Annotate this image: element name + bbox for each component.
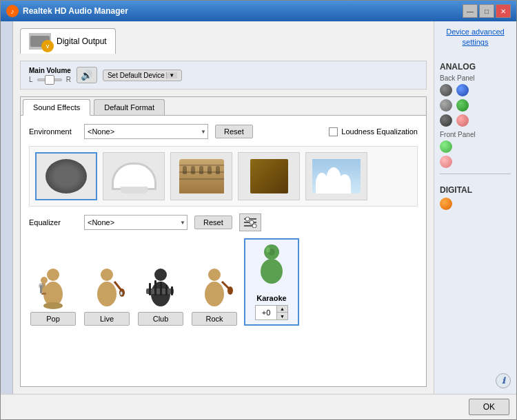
set-default-button[interactable]: Set Default Device ▼ <box>103 70 182 81</box>
pop-figure <box>29 268 77 309</box>
back-panel-dot-6[interactable] <box>456 114 469 127</box>
volume-title: Main Volume <box>29 67 71 74</box>
ok-button[interactable]: OK <box>469 399 509 415</box>
rock-button[interactable]: Rock <box>192 312 237 326</box>
eq-chevron-down-icon: ▼ <box>180 220 185 226</box>
environment-reset-button[interactable]: Reset <box>215 125 253 138</box>
app-icon: ♪ <box>6 5 19 17</box>
environment-images <box>29 146 418 207</box>
back-panel-label: Back Panel <box>440 74 511 82</box>
volume-slider[interactable] <box>37 78 62 81</box>
svg-point-30 <box>227 286 233 295</box>
club-button[interactable]: Club <box>138 312 183 326</box>
live-button[interactable]: Live <box>84 312 130 326</box>
rock-figure <box>190 268 239 309</box>
back-panel-dot-1[interactable] <box>440 84 452 96</box>
svg-point-27 <box>208 269 221 281</box>
svg-point-14 <box>101 269 113 281</box>
chevron-down-icon: ▼ <box>201 129 206 135</box>
pop-button[interactable]: Pop <box>30 312 76 326</box>
inner-tab-bar: Sound Effects Default Format <box>21 97 426 116</box>
digital-dot-1[interactable] <box>440 198 452 210</box>
back-panel-dot-3[interactable] <box>440 99 452 112</box>
live-figure <box>83 268 131 309</box>
env-image-box[interactable] <box>238 152 300 200</box>
tab-sound-effects[interactable]: Sound Effects <box>23 99 90 116</box>
back-panel-dot-2[interactable] <box>456 84 469 96</box>
env-image-stone[interactable] <box>35 152 97 200</box>
back-panel-dot-4[interactable] <box>456 99 469 112</box>
front-panel-dot-2[interactable] <box>440 156 452 168</box>
panel-divider <box>440 174 511 174</box>
device-advanced-settings-link[interactable]: Device advanced settings <box>440 27 511 48</box>
digital-output-tab[interactable]: V Digital Output <box>20 28 116 54</box>
window-title: Realtek HD Audio Manager <box>23 6 463 16</box>
left-sidebar <box>1 21 13 394</box>
equalizer-settings-button[interactable] <box>239 213 261 231</box>
tab-default-format[interactable]: Default Format <box>94 99 165 115</box>
karaoke-figure <box>253 244 291 291</box>
maximize-button[interactable]: □ <box>479 4 494 18</box>
svg-point-19 <box>154 269 167 281</box>
volume-controls-row: L R <box>29 76 71 83</box>
content-area: V Digital Output Main Volume L R <box>1 21 516 394</box>
karaoke-box[interactable]: Karaoke +0 ▲ ▼ <box>244 238 299 326</box>
svg-rect-23 <box>154 280 156 295</box>
svg-point-18 <box>120 291 123 295</box>
volume-wrapper: Main Volume L R <box>29 67 71 83</box>
loudness-label: Loudness Equalization <box>341 127 418 136</box>
env-image-opera[interactable] <box>305 152 367 200</box>
info-button[interactable]: ℹ <box>496 373 511 388</box>
pitch-arrows: ▲ ▼ <box>276 306 287 319</box>
svg-rect-13 <box>40 285 42 293</box>
eq-char-rock[interactable]: Rock <box>190 268 239 326</box>
svg-point-34 <box>266 247 270 253</box>
device-advanced-label: Device advanced settings <box>446 28 504 46</box>
rock-label: Rock <box>205 315 223 323</box>
club-label: Club <box>153 315 169 323</box>
right-panel: Device advanced settings ANALOG Back Pan… <box>434 21 516 394</box>
back-panel-dots <box>440 84 511 127</box>
tab-default-format-label: Default Format <box>104 103 154 112</box>
env-image-bath[interactable] <box>103 152 165 200</box>
realtek-logo: V <box>41 40 54 52</box>
front-panel-row-1 <box>440 140 511 153</box>
environment-select-value: <None> <box>88 127 114 136</box>
karaoke-label: Karaoke <box>256 294 286 302</box>
equalizer-select-value: <None> <box>88 218 114 227</box>
equalizer-label: Equalizer <box>29 218 77 227</box>
pitch-up-button[interactable]: ▲ <box>276 306 287 313</box>
main-window: ♪ Realtek HD Audio Manager — □ ✕ V Digit… <box>0 0 517 420</box>
eq-char-pop[interactable]: Pop <box>29 268 77 326</box>
pop-label: Pop <box>46 315 60 323</box>
svg-point-15 <box>97 282 116 306</box>
equalizer-select[interactable]: <None> ▼ <box>84 215 187 230</box>
title-bar: ♪ Realtek HD Audio Manager — □ ✕ <box>1 1 516 21</box>
minimize-button[interactable]: — <box>463 4 478 18</box>
eq-char-live[interactable]: Live <box>83 268 131 326</box>
window-controls: — □ ✕ <box>463 4 511 18</box>
close-button[interactable]: ✕ <box>496 4 511 18</box>
loudness-row: Loudness Equalization <box>329 127 418 136</box>
loudness-checkbox[interactable] <box>329 127 338 136</box>
mute-button[interactable]: 🔊 <box>77 67 97 83</box>
env-image-colosseum[interactable] <box>170 152 232 200</box>
volume-section: Main Volume L R 🔊 Set Default Device ▼ <box>20 61 427 90</box>
svg-rect-10 <box>41 293 46 295</box>
set-default-dropdown-arrow[interactable]: ▼ <box>166 72 177 78</box>
digital-title: DIGITAL <box>440 185 511 195</box>
back-panel-dot-5[interactable] <box>440 114 452 127</box>
tab-sound-effects-label: Sound Effects <box>33 103 80 112</box>
bottom-bar: OK <box>1 394 516 419</box>
main-content: V Digital Output Main Volume L R <box>13 21 434 394</box>
volume-slider-thumb[interactable] <box>45 75 54 85</box>
sound-effects-content: Environment <None> ▼ Reset Loudness Equa… <box>21 116 426 334</box>
environment-select[interactable]: <None> ▼ <box>84 124 208 139</box>
front-panel-dot-1[interactable] <box>440 140 452 153</box>
device-tab-icon: V <box>29 33 51 50</box>
volume-right-label: R <box>66 76 71 83</box>
svg-rect-26 <box>171 286 173 295</box>
pitch-down-button[interactable]: ▼ <box>276 313 287 319</box>
equalizer-reset-button[interactable]: Reset <box>194 216 232 229</box>
eq-char-club[interactable]: Club <box>136 268 185 326</box>
